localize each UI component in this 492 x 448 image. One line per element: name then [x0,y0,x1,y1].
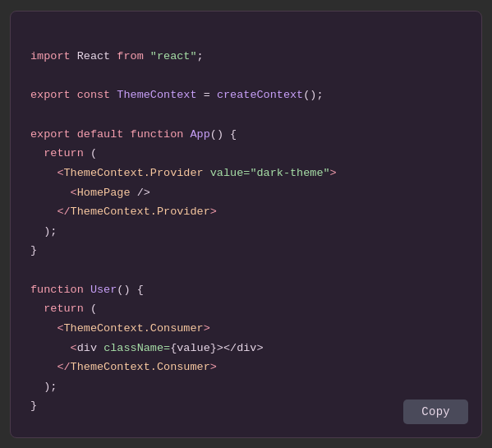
code-line-1: import React from "react"; export const … [30,50,337,412]
copy-button[interactable]: Copy [403,400,468,424]
code-container: import React from "react"; export const … [10,11,482,438]
code-block: import React from "react"; export const … [30,28,462,436]
